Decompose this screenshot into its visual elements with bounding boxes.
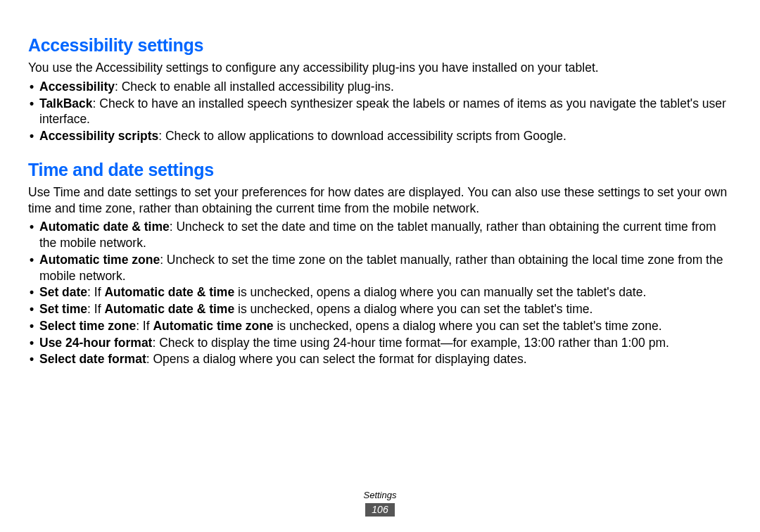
list-item: Set date: If Automatic date & time is un… [28, 284, 732, 300]
section-heading-accessibility: Accessibility settings [28, 35, 732, 56]
desc-post: is unchecked, opens a dialog where you c… [234, 302, 593, 316]
list-item: Automatic date & time: Uncheck to set th… [28, 219, 732, 251]
list-item: TalkBack: Check to have an installed spe… [28, 96, 732, 128]
desc-pre: : If [87, 285, 104, 299]
description: : Check to allow applications to downloa… [158, 129, 566, 143]
term: Set date [39, 285, 87, 299]
description: : Check to have an installed speech synt… [39, 96, 726, 127]
desc-post: is unchecked, opens a dialog where you c… [274, 319, 662, 333]
inline-bold: Automatic time zone [153, 319, 273, 333]
desc-post: is unchecked, opens a dialog where you c… [234, 285, 646, 299]
description: : Check to display the time using 24-hou… [152, 336, 669, 350]
page-number: 106 [365, 503, 394, 517]
footer-section-label: Settings [0, 490, 760, 500]
section-accessibility: Accessibility settings You use the Acces… [28, 35, 732, 144]
inline-bold: Automatic date & time [104, 302, 234, 316]
list-item: Set time: If Automatic date & time is un… [28, 301, 732, 317]
term: Select date format [39, 352, 146, 366]
section-heading-time-date: Time and date settings [28, 160, 732, 180]
bullet-list-accessibility: Accessibility: Check to enable all insta… [28, 79, 732, 144]
list-item: Automatic time zone: Uncheck to set the … [28, 252, 732, 284]
list-item: Accessibility: Check to enable all insta… [28, 79, 732, 95]
list-item: Accessibility scripts: Check to allow ap… [28, 128, 732, 144]
intro-accessibility: You use the Accessibility settings to co… [28, 60, 732, 76]
list-item: Use 24-hour format: Check to display the… [28, 335, 732, 351]
desc-pre: : If [87, 302, 104, 316]
term: Select time zone [39, 319, 136, 333]
term: Automatic time zone [39, 253, 160, 267]
inline-bold: Automatic date & time [104, 285, 234, 299]
term: Automatic date & time [39, 220, 170, 234]
term: Accessibility scripts [39, 129, 158, 143]
description: : Opens a dialog where you can select th… [146, 352, 527, 366]
bullet-list-time-date: Automatic date & time: Uncheck to set th… [28, 219, 732, 367]
description: : Check to enable all installed accessib… [115, 80, 394, 94]
term: Accessibility [39, 80, 115, 94]
term: Set time [39, 302, 87, 316]
term: TalkBack [39, 96, 93, 110]
list-item: Select time zone: If Automatic time zone… [28, 318, 732, 334]
intro-time-date: Use Time and date settings to set your p… [28, 184, 732, 217]
list-item: Select date format: Opens a dialog where… [28, 351, 732, 367]
term: Use 24-hour format [39, 336, 152, 350]
page-footer: Settings 106 [0, 490, 760, 517]
desc-pre: : If [136, 319, 153, 333]
section-time-date: Time and date settings Use Time and date… [28, 160, 732, 367]
